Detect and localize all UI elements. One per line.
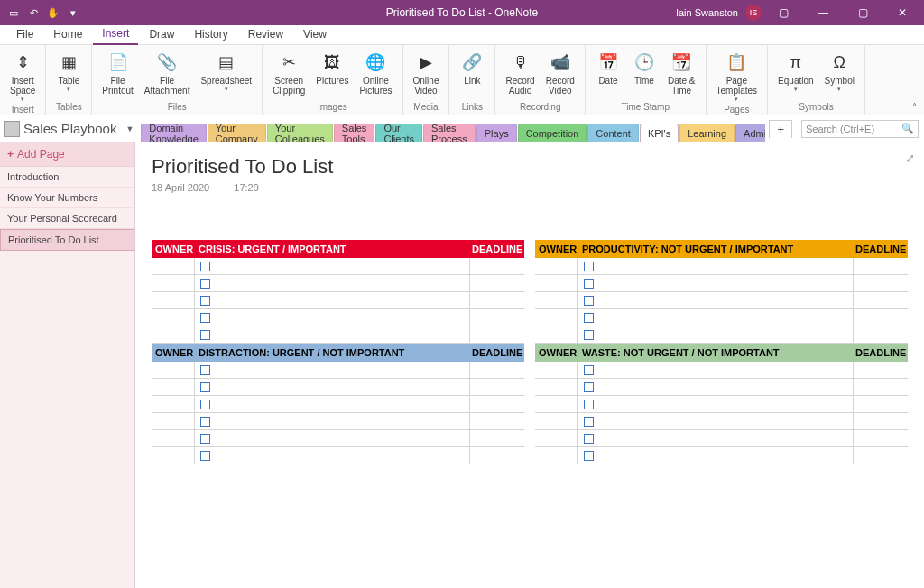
ribbon-record-video-button[interactable]: 📹RecordVideo [541,47,579,100]
checkbox[interactable] [584,279,594,289]
section-tab-competition[interactable]: Competition [518,124,587,142]
ribbon-table-button[interactable]: ▦Table▾ [51,47,86,100]
table-row[interactable] [152,396,524,413]
menu-tab-draw[interactable]: Draw [140,25,183,44]
checkbox[interactable] [584,313,594,323]
page-item[interactable]: Your Personal Scorecard [0,208,134,229]
table-row[interactable] [535,396,908,413]
notebook-title[interactable]: Sales Playbook [23,121,118,136]
section-tab-your-colleagues[interactable]: Your Colleagues [267,124,333,142]
checkbox[interactable] [200,451,210,461]
checkbox[interactable] [200,434,210,444]
notebook-icon[interactable] [4,121,20,137]
section-tab-our-clients[interactable]: Our Clients [375,124,422,142]
table-row[interactable] [535,326,908,344]
table-row[interactable] [152,447,524,464]
table-row[interactable] [152,362,524,379]
menu-tab-view[interactable]: View [294,25,336,44]
checkbox[interactable] [200,382,210,392]
table-row[interactable] [152,275,524,292]
notebook-dropdown-icon[interactable]: ▼ [122,124,137,133]
ribbon-time-button[interactable]: 🕒Time [627,47,661,100]
section-tab-sales-process[interactable]: Sales Process [423,124,476,142]
table-row[interactable] [152,379,524,396]
menu-tab-insert[interactable]: Insert [93,24,138,45]
fullscreen-icon[interactable]: ⤢ [905,152,915,165]
table-row[interactable] [535,258,908,275]
ribbon-page-templates-button[interactable]: 📋PageTemplates▾ [712,47,762,103]
table-row[interactable] [152,413,524,430]
section-tab-learning[interactable]: Learning [679,124,735,142]
checkbox[interactable] [584,382,594,392]
table-row[interactable] [535,430,908,447]
page-canvas[interactable]: ⤢ Prioritised To Do List 18 April 2020 1… [135,142,924,588]
ribbon-attachment-button[interactable]: 📎FileAttachment [140,47,195,100]
checkbox[interactable] [200,330,210,340]
add-page-button[interactable]: +Add Page [0,142,134,167]
checkbox[interactable] [200,365,210,375]
checkbox[interactable] [584,400,594,409]
maximize-button[interactable]: ▢ [845,0,881,25]
user-avatar[interactable]: IS [745,5,762,21]
user-name[interactable]: Iain Swanston [676,7,738,18]
table-row[interactable] [152,326,524,344]
ribbon-online-video-button[interactable]: ▶OnlineVideo [409,47,444,100]
table-row[interactable] [535,379,908,396]
ribbon-online-pictures-button[interactable]: 🌐OnlinePictures [355,47,396,100]
checkbox[interactable] [200,400,210,409]
table-row[interactable] [535,447,908,464]
ribbon-date-time-button[interactable]: 📆Date &Time [663,47,700,100]
collapse-ribbon-icon[interactable]: ˄ [912,102,917,112]
table-row[interactable] [535,292,908,309]
touch-mode-icon[interactable]: ✋ [47,6,60,19]
table-row[interactable] [152,292,524,309]
ribbon-equation-button[interactable]: πEquation▾ [773,47,818,100]
qat-customize-icon[interactable]: ▾ [67,6,79,19]
table-row[interactable] [152,258,524,275]
table-row[interactable] [152,309,524,326]
page-title[interactable]: Prioritised To Do List [152,155,908,179]
checkbox[interactable] [584,451,594,461]
search-input[interactable]: Search (Ctrl+E) 🔍 [801,120,919,138]
section-tab-admin[interactable]: Admin [735,124,765,142]
menu-tab-history[interactable]: History [185,25,236,44]
ribbon-link-button[interactable]: 🔗Link [455,47,489,100]
checkbox[interactable] [200,279,210,289]
checkbox[interactable] [200,296,210,306]
ribbon-display-icon[interactable]: ▢ [765,0,801,25]
checkbox[interactable] [584,365,594,375]
page-time[interactable]: 17:29 [234,182,259,193]
page-date[interactable]: 18 April 2020 [152,182,209,193]
section-tab-plays[interactable]: Plays [476,124,517,142]
menu-tab-home[interactable]: Home [44,25,91,44]
checkbox[interactable] [584,296,594,306]
menu-tab-file[interactable]: File [7,25,42,44]
minimize-button[interactable]: — [805,0,841,25]
ribbon-file-printout-button[interactable]: 📄FilePrintout [97,47,137,100]
page-item[interactable]: Know Your Numbers [0,188,134,208]
checkbox[interactable] [584,434,594,444]
table-row[interactable] [535,362,908,379]
section-tab-sales-tools[interactable]: Sales Tools [334,124,375,142]
ribbon-pictures-button[interactable]: 🖼Pictures [311,47,353,100]
table-row[interactable] [535,309,908,326]
ribbon-screen-clipping-button[interactable]: ✂ScreenClipping [268,47,310,100]
section-tab-content[interactable]: Content [587,124,639,142]
section-tab-kpi-s[interactable]: KPI's [640,124,679,142]
close-button[interactable]: ✕ [884,0,920,25]
ribbon-insert-space-button[interactable]: ⇕InsertSpace▾ [5,47,40,103]
checkbox[interactable] [200,313,210,323]
table-row[interactable] [535,413,908,430]
checkbox[interactable] [584,417,594,427]
checkbox[interactable] [200,262,210,271]
add-section-button[interactable]: + [769,120,792,138]
checkbox[interactable] [584,330,594,340]
page-item[interactable]: Introduction [0,167,134,188]
section-tab-domain-knowledge[interactable]: Domain Knowledge [141,124,206,142]
section-tab-your-company[interactable]: Your Company [208,124,266,142]
ribbon-date-button[interactable]: 📅Date [591,47,625,100]
ribbon-record-audio-button[interactable]: 🎙RecordAudio [501,47,539,100]
checkbox[interactable] [200,417,210,427]
ribbon-spreadsheet-button[interactable]: ▤Spreadsheet▾ [196,47,256,100]
checkbox[interactable] [584,262,594,271]
